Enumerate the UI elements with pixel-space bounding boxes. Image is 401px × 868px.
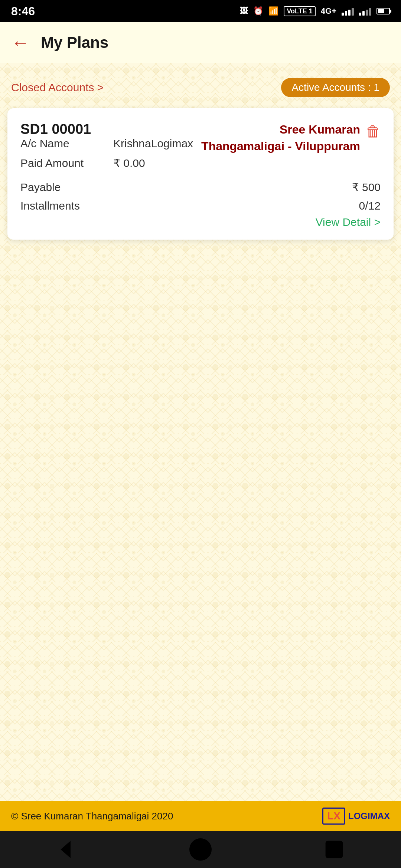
card-right-top: Sree Kumaran Thangamaligai - Viluppuram … — [193, 121, 381, 155]
closed-accounts-link[interactable]: Closed Accounts > — [11, 81, 104, 94]
back-nav-icon — [52, 835, 82, 864]
card-left: SD1 00001 A/c Name KrishnaLogimax Paid A… — [20, 121, 193, 173]
delete-button[interactable]: 🗑 — [366, 123, 381, 140]
square-nav-icon — [319, 835, 349, 864]
installments-label: Installments — [20, 200, 80, 212]
card-right-section: Payable ₹ 500 Installments 0/12 — [20, 181, 381, 212]
battery-icon — [376, 8, 390, 14]
logimax-box: LX — [322, 808, 345, 825]
footer: © Sree Kumaran Thangamaligai 2020 LX LOG… — [0, 801, 401, 831]
photo-icon: 🖼 — [240, 6, 248, 16]
signal-bars — [342, 7, 354, 16]
back-button[interactable]: ← — [11, 33, 30, 52]
card-details-left: A/c Name KrishnaLogimax Paid Amount ₹ 0.… — [20, 137, 193, 170]
top-nav: ← My Plans — [0, 22, 401, 63]
installments-value: 0/12 — [359, 200, 381, 212]
ac-name-row: A/c Name KrishnaLogimax — [20, 137, 193, 150]
store-name: Sree Kumaran Thangamaligai - Viluppuram — [193, 121, 360, 155]
installments-row: Installments 0/12 — [20, 200, 381, 212]
svg-rect-1 — [326, 841, 343, 858]
logimax-text: LOGIMAX — [348, 811, 390, 821]
home-nav-icon — [186, 835, 215, 864]
ac-name-label: A/c Name — [20, 137, 102, 150]
footer-logo: LX LOGIMAX — [322, 808, 390, 825]
volte-badge: VoLTE 1 — [284, 6, 315, 16]
nav-square-button[interactable] — [319, 835, 349, 864]
nav-home-button[interactable] — [186, 835, 215, 864]
payable-row: Payable ₹ 500 — [20, 181, 381, 194]
paid-amount-row: Paid Amount ₹ 0.00 — [20, 157, 193, 170]
ac-name-value: KrishnaLogimax — [113, 137, 193, 150]
status-time: 8:46 — [11, 4, 35, 18]
payable-label: Payable — [20, 181, 61, 194]
nav-back-button[interactable] — [52, 835, 82, 864]
lx-text: LX — [327, 810, 340, 822]
main-content: Closed Accounts > Active Accounts : 1 SD… — [0, 63, 401, 801]
bottom-nav — [0, 831, 401, 868]
payable-value: ₹ 500 — [352, 181, 381, 194]
view-detail-link[interactable]: View Detail > — [20, 216, 381, 228]
svg-point-0 — [189, 838, 212, 861]
status-icons: 🖼 ⏰ 📶 VoLTE 1 4G+ — [240, 6, 390, 16]
paid-amount-label: Paid Amount — [20, 157, 102, 170]
alarm-icon: ⏰ — [253, 6, 263, 16]
paid-amount-value: ₹ 0.00 — [113, 157, 145, 170]
account-id: SD1 00001 — [20, 121, 193, 137]
status-bar: 8:46 🖼 ⏰ 📶 VoLTE 1 4G+ — [0, 0, 401, 22]
wifi-icon: 📶 — [268, 6, 278, 16]
card-top-row: SD1 00001 A/c Name KrishnaLogimax Paid A… — [20, 121, 381, 173]
network-icon: 4G+ — [321, 6, 336, 16]
account-card: SD1 00001 A/c Name KrishnaLogimax Paid A… — [7, 108, 394, 240]
footer-copyright: © Sree Kumaran Thangamaligai 2020 — [11, 811, 173, 822]
page-title: My Plans — [41, 34, 108, 52]
active-accounts-badge: Active Accounts : 1 — [281, 78, 390, 97]
signal-bars-2 — [359, 7, 371, 16]
accounts-bar: Closed Accounts > Active Accounts : 1 — [7, 74, 394, 101]
